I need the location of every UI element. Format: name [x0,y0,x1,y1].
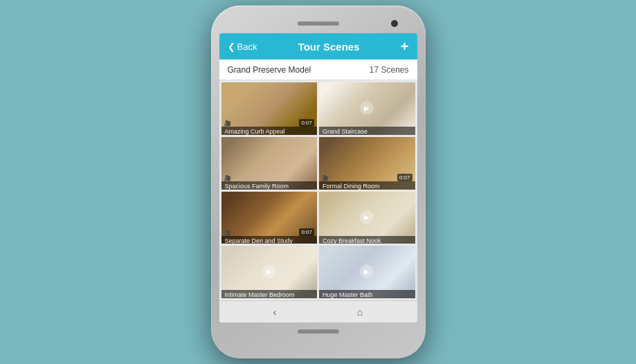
nav-title: Tour Scenes [298,41,360,53]
scene-item[interactable]: 🎥0:07Amazing Curb Appeal [221,82,318,135]
video-icon: 🎥 [224,120,231,127]
video-icon: 🎥 [322,175,329,181]
phone-bottom [219,322,417,340]
model-name: Grand Preserve Model [228,65,311,75]
play-icon: ▶ [360,210,374,224]
bottom-nav-bar: ‹ ⌂ [219,300,417,322]
scenes-grid: 🎥0:07Amazing Curb Appeal▶Grand Staircase… [219,80,417,300]
scene-label: Huge Master Bath [319,290,415,298]
play-icon: ▶ [262,264,276,278]
speaker-top [298,21,339,26]
back-chevron-icon: ❮ [228,42,235,52]
scene-item[interactable]: ▶Cozy Breakfast Nook [319,192,415,244]
scene-count: 17 Scenes [370,65,409,75]
phone-device: ❮ Back Tour Scenes + Grand Preserve Mode… [211,6,426,358]
scene-label: Amazing Curb Appeal [221,127,318,135]
scene-label: Spacious Family Room [221,181,318,190]
back-nav-icon[interactable]: ‹ [273,307,277,318]
scene-item[interactable]: ▶Intimate Master Bedroom [221,246,318,298]
nav-bar: ❮ Back Tour Scenes + [219,33,417,60]
scene-item[interactable]: 🎥0:07Formal Dining Room [319,137,415,190]
scene-label: Separate Den and Study [221,236,318,244]
add-button[interactable]: + [401,39,409,55]
back-button[interactable]: ❮ Back [228,42,257,52]
scene-item[interactable]: ▶Huge Master Bath [319,246,415,298]
phone-screen: ❮ Back Tour Scenes + Grand Preserve Mode… [219,33,417,322]
scene-duration: 0:07 [299,228,314,236]
scene-duration: 0:07 [397,174,412,181]
scene-duration: 0:07 [299,119,314,127]
scene-item[interactable]: 🎥0:07Separate Den and Study [221,192,318,244]
video-icon: 🎥 [224,230,231,236]
sub-header: Grand Preserve Model 17 Scenes [219,60,417,80]
video-icon: 🎥 [224,175,231,181]
phone-top-bar [219,14,417,33]
speaker-bottom [298,329,339,334]
scene-label: Cozy Breakfast Nook [319,236,415,244]
back-label: Back [237,42,257,52]
play-icon: ▶ [360,264,374,278]
scene-label: Intimate Master Bedroom [221,290,318,298]
camera [391,20,398,27]
scene-label: Formal Dining Room [319,181,415,190]
play-icon: ▶ [360,101,374,115]
scene-item[interactable]: ▶Grand Staircase [319,82,415,135]
home-nav-icon[interactable]: ⌂ [357,307,363,318]
scene-item[interactable]: 🎥Spacious Family Room [221,137,318,190]
scene-label: Grand Staircase [319,127,415,135]
